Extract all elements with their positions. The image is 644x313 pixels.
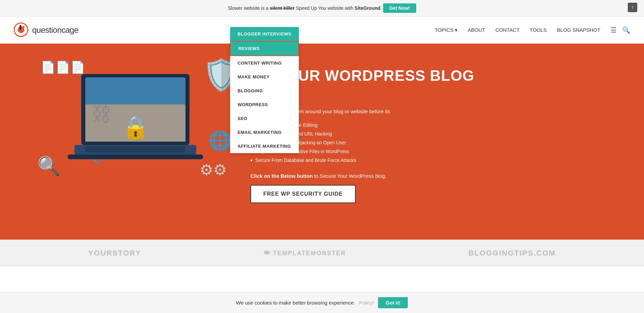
svg-text:⛓: ⛓ [91, 103, 112, 126]
dropdown-arrow-icon: ▾ [455, 27, 458, 33]
hero-image: 📄📄📄 🛡️ ⛓ 🔒 🔍 🌐 ⚙⚙ � [20, 57, 250, 182]
top-banner: Slower website is a silent killer Speed … [0, 0, 644, 17]
nav-about[interactable]: ABOUT [468, 27, 485, 33]
silent-killer-text: silent killer [270, 5, 294, 11]
hero-title: RE YOUR WORDPRESS BLOGR [250, 67, 624, 101]
logo[interactable]: questioncage [14, 22, 79, 38]
click-text: Click on the Below button to Secure Your… [250, 173, 624, 179]
svg-rect-11 [85, 146, 185, 152]
scroll-up-button[interactable]: ↑ [628, 3, 637, 12]
hero-list: ngly Disable Core File Editing ent SQL I… [250, 122, 624, 164]
template-monster-logo: 👁 TemplateMonster [264, 249, 346, 257]
logo-text: questioncage [32, 25, 79, 35]
svg-rect-10 [68, 154, 203, 159]
hero-content: RE YOUR WORDPRESS BLOGR ck solid securit… [250, 57, 624, 203]
hero-section: 📄📄📄 🛡️ ⛓ 🔒 🔍 🌐 ⚙⚙ � [0, 44, 644, 240]
search-icon[interactable]: 🔍 [622, 26, 630, 34]
topics-dropdown: BLOGGER INTERVIEWS REVIEWS CONTENT WRITI… [230, 27, 299, 153]
logo-icon [14, 22, 29, 38]
svg-text:🔒: 🔒 [122, 114, 150, 141]
siteground-text: SiteGround [355, 5, 380, 11]
dropdown-item-reviews[interactable]: REVIEWS [230, 41, 299, 56]
main-nav: TOPICS ▾ ABOUT CONTACT TOOLS BLOG SNAPSH… [435, 26, 630, 34]
yourstory-logo: YOURSTORY [88, 249, 141, 258]
banner-text2: Speed Up You website with [296, 5, 353, 11]
bloggingtips-logo: BLOGGINGTIPS.COM [468, 249, 556, 258]
logos-strip: YOURSTORY 👁 TemplateMonster BLOGGINGTIPS… [0, 240, 644, 267]
nav-tools[interactable]: TOOLS [530, 27, 547, 33]
list-item: Secure From Database and Brute Force Att… [250, 158, 624, 164]
list-item: ngly Disable Core File Editing [250, 122, 624, 128]
nav-blog-snapshot[interactable]: BLOG SNAPSHOT [557, 27, 600, 33]
dropdown-item-blogging[interactable]: BLOGGING [230, 84, 299, 98]
template-monster-icon: 👁 [264, 249, 271, 257]
header: questioncage TOPICS ▾ ABOUT CONTACT TOOL… [0, 17, 644, 44]
get-now-button[interactable]: Get Now! [383, 3, 416, 13]
dropdown-item-affiliate-marketing[interactable]: AFFILIATE MARKETING [230, 139, 299, 153]
list-item: ent SQL Injections and URL Hacking [250, 131, 624, 137]
nav-topics[interactable]: TOPICS ▾ [435, 27, 458, 33]
hamburger-icon[interactable]: ☰ [610, 26, 617, 34]
magnifier-icon: 🔍 [37, 155, 61, 177]
top-banner-wrapper: Slower website is a silent killer Speed … [0, 0, 644, 17]
dropdown-item-make-money[interactable]: MAKE MONEY [230, 70, 299, 84]
dropdown-item-email-marketing[interactable]: EMAIL MARKETING [230, 125, 299, 139]
dropdown-menu: BLOGGER INTERVIEWS REVIEWS CONTENT WRITI… [230, 27, 299, 153]
globe-icon: 🌐 [208, 130, 232, 152]
svg-rect-2 [20, 25, 21, 30]
list-item: Stop Access To Sensitive Files in WordPr… [250, 149, 624, 155]
list-item: Create Sheild from Hijacking an Open Use… [250, 140, 624, 146]
dropdown-item-content-writing[interactable]: CONTENT WRITING [230, 56, 299, 70]
dropdown-item-blogger-interviews[interactable]: BLOGGER INTERVIEWS [230, 27, 299, 41]
dropdown-item-seo[interactable]: SEO [230, 112, 299, 125]
nav-contact[interactable]: CONTACT [495, 27, 519, 33]
nav-icons: ☰ 🔍 [610, 26, 630, 34]
laptop-illustration: ⛓ 🔒 [64, 67, 206, 182]
banner-text: Slower website is a silent killer Speed … [228, 5, 380, 11]
free-wp-security-button[interactable]: FREE WP Security Guide [250, 185, 356, 203]
banner-text1: Slower website is a [228, 5, 268, 11]
dropdown-item-wordpress[interactable]: WORDPRESS [230, 98, 299, 112]
